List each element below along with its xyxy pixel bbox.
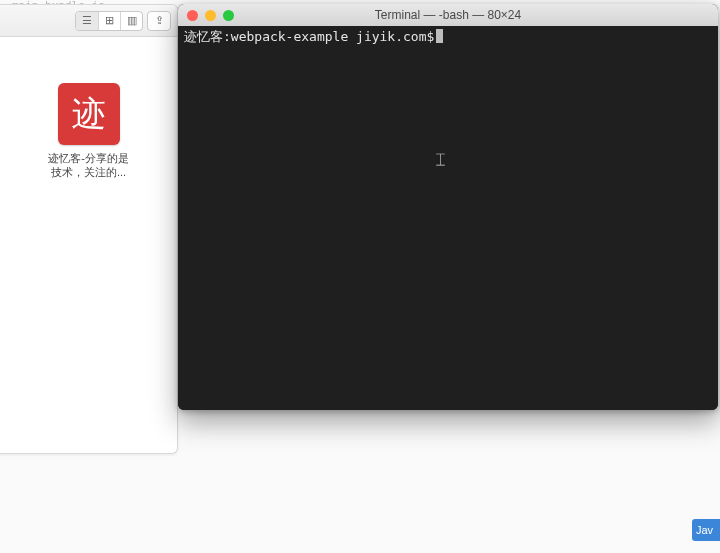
terminal-window: Terminal — -bash — 80×24 迹忆客:webpack-exa… — [178, 4, 718, 410]
ibeam-cursor-icon: ⌶ — [436, 152, 445, 167]
view-list-button[interactable]: ☰ — [76, 12, 98, 30]
close-icon[interactable] — [187, 10, 198, 21]
share-button[interactable]: ⇪ — [148, 12, 170, 30]
finder-toolbar: ☰ ⊞ ▥ ⇪ — [0, 5, 177, 37]
share-group: ⇪ — [147, 11, 171, 31]
terminal-body[interactable]: 迹忆客:webpack-example jiyik.com$ ⌶ — [178, 26, 718, 410]
prompt-user: 迹忆客 — [184, 29, 223, 44]
webclip-label: 迹忆客-分享的是 技术，关注的... — [48, 151, 129, 180]
prompt-separator: : — [223, 29, 231, 44]
bottom-right-tag[interactable]: Jav — [692, 519, 720, 541]
cursor-icon — [436, 29, 443, 43]
terminal-prompt: 迹忆客:webpack-example jiyik.com$ — [184, 29, 443, 44]
prompt-directory: webpack-example — [231, 29, 348, 44]
window-controls — [178, 10, 234, 21]
webclip-icon[interactable]: 迹 — [58, 83, 120, 145]
zoom-icon[interactable] — [223, 10, 234, 21]
minimize-icon[interactable] — [205, 10, 216, 21]
finder-window: ☰ ⊞ ▥ ⇪ 迹 迹忆客-分享的是 技术，关注的... — [0, 4, 178, 454]
terminal-titlebar[interactable]: Terminal — -bash — 80×24 — [178, 4, 718, 26]
prompt-host: jiyik.com$ — [356, 29, 434, 44]
file-grid: 迹 迹忆客-分享的是 技术，关注的... — [0, 37, 177, 190]
terminal-title: Terminal — -bash — 80×24 — [178, 8, 718, 22]
view-mode-group: ☰ ⊞ ▥ — [75, 11, 143, 31]
webclip-label-line1: 迹忆客-分享的是 — [48, 152, 129, 164]
view-columns-button[interactable]: ▥ — [120, 12, 142, 30]
webclip-label-line2: 技术，关注的... — [51, 166, 126, 178]
view-grid-button[interactable]: ⊞ — [98, 12, 120, 30]
